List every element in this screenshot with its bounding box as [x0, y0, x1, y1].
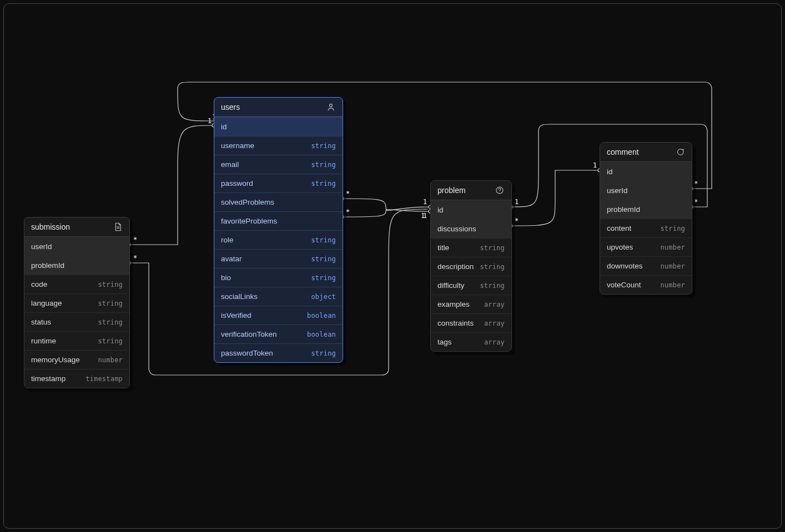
- field-name: difficulty: [437, 281, 465, 290]
- field-type: string: [311, 161, 336, 169]
- field-row[interactable]: titlestring: [431, 238, 511, 257]
- field-row[interactable]: downvotesnumber: [600, 256, 692, 275]
- field-row[interactable]: usernamestring: [214, 136, 343, 155]
- field-type: string: [311, 255, 336, 263]
- field-row[interactable]: languagestring: [24, 293, 129, 312]
- field-name: examples: [437, 300, 470, 308]
- field-row[interactable]: problemId: [24, 256, 129, 275]
- field-row[interactable]: avatarstring: [214, 249, 343, 268]
- entity-header[interactable]: comment: [600, 143, 692, 162]
- field-name: role: [221, 236, 234, 244]
- cardinality-label: 1: [421, 212, 425, 220]
- field-row[interactable]: runtimestring: [24, 331, 129, 350]
- entity-problem[interactable]: problem id discussions titlestring descr…: [430, 180, 512, 352]
- field-name: email: [221, 160, 239, 169]
- field-row[interactable]: socialLinksobject: [214, 287, 343, 306]
- entity-header[interactable]: users: [214, 98, 343, 117]
- field-type: string: [311, 142, 336, 150]
- field-row[interactable]: codestring: [24, 275, 129, 293]
- field-type: boolean: [307, 312, 336, 320]
- entity-comment[interactable]: comment id userId problemId contentstrin…: [600, 142, 692, 295]
- entity-submission[interactable]: submission userId problemId codestring l…: [24, 217, 130, 388]
- field-type: string: [98, 337, 123, 345]
- field-name: bio: [221, 273, 231, 282]
- entity-users[interactable]: users id usernamestring emailstring pass…: [214, 97, 343, 363]
- field-type: boolean: [307, 331, 336, 338]
- field-row[interactable]: passwordstring: [214, 174, 343, 192]
- field-row[interactable]: memoryUsagenumber: [24, 350, 129, 369]
- field-type: array: [484, 301, 505, 308]
- field-type: string: [311, 180, 336, 188]
- cardinality-label: *: [133, 254, 137, 262]
- field-row[interactable]: statusstring: [24, 312, 129, 331]
- entity-header[interactable]: problem: [431, 181, 511, 200]
- field-name: timestamp: [31, 374, 66, 383]
- field-row[interactable]: userId: [600, 181, 692, 200]
- field-name: solvedProblems: [221, 198, 274, 206]
- field-row[interactable]: solvedProblems: [214, 192, 343, 211]
- field-type: string: [480, 282, 505, 290]
- field-name: status: [31, 318, 51, 326]
- field-row[interactable]: discussions: [431, 219, 511, 238]
- field-row[interactable]: difficultystring: [431, 276, 511, 295]
- field-row[interactable]: verificationTokenboolean: [214, 325, 343, 343]
- cardinality-label: *: [515, 217, 519, 225]
- diagram-canvas[interactable]: 1 * 1 * * 1 * 1 1 * 1 * * 1 submission u…: [0, 0, 785, 532]
- field-row[interactable]: upvotesnumber: [600, 237, 692, 256]
- field-name: title: [437, 244, 449, 252]
- document-icon: [113, 222, 123, 232]
- field-row[interactable]: voteCountnumber: [600, 275, 692, 294]
- field-row[interactable]: id: [431, 200, 511, 219]
- field-type: string: [311, 274, 336, 282]
- field-row[interactable]: favoriteProblems: [214, 211, 343, 230]
- field-type: string: [480, 263, 505, 271]
- field-type: number: [660, 262, 685, 270]
- field-name: content: [607, 224, 631, 232]
- field-type: number: [98, 356, 123, 364]
- field-name: constraints: [437, 319, 474, 327]
- field-name: problemId: [607, 205, 640, 214]
- field-row[interactable]: tagsarray: [431, 332, 511, 351]
- field-row[interactable]: timestamptimestamp: [24, 369, 129, 388]
- field-row[interactable]: descriptionstring: [431, 257, 511, 276]
- field-name: favoriteProblems: [221, 217, 277, 225]
- cardinality-label: 1: [593, 161, 597, 169]
- field-row[interactable]: contentstring: [600, 219, 692, 237]
- field-name: isVerified: [221, 311, 251, 320]
- field-row[interactable]: constraintsarray: [431, 313, 511, 332]
- cardinality-label: *: [346, 208, 350, 216]
- field-row[interactable]: passwordTokenstring: [214, 343, 343, 362]
- entity-title: submission: [31, 222, 70, 231]
- field-name: passwordToken: [221, 349, 273, 357]
- field-type: number: [660, 244, 685, 251]
- field-type: string: [480, 244, 505, 252]
- chat-icon: [675, 147, 685, 157]
- field-type: timestamp: [85, 375, 123, 383]
- svg-point-12: [330, 104, 333, 107]
- field-name: userId: [31, 242, 52, 251]
- field-row[interactable]: problemId: [600, 200, 692, 219]
- field-row[interactable]: userId: [24, 237, 129, 256]
- field-name: description: [437, 262, 474, 271]
- field-row[interactable]: id: [214, 117, 343, 136]
- field-row[interactable]: emailstring: [214, 155, 343, 174]
- field-row[interactable]: isVerifiedboolean: [214, 306, 343, 325]
- field-name: verificationToken: [221, 330, 277, 338]
- field-type: array: [484, 320, 505, 327]
- field-name: userId: [607, 186, 628, 195]
- field-name: tags: [437, 338, 452, 346]
- field-row[interactable]: id: [600, 162, 692, 181]
- cardinality-label: *: [133, 236, 137, 244]
- entity-header[interactable]: submission: [24, 217, 129, 237]
- field-name: runtime: [31, 337, 56, 345]
- cardinality-label: 1: [515, 198, 519, 206]
- field-name: id: [437, 206, 444, 214]
- field-row[interactable]: rolestring: [214, 230, 343, 249]
- field-name: avatar: [221, 255, 242, 263]
- field-type: string: [311, 349, 336, 357]
- field-row[interactable]: biostring: [214, 268, 343, 287]
- field-name: password: [221, 179, 253, 188]
- field-row[interactable]: examplesarray: [431, 295, 511, 313]
- field-name: downvotes: [607, 262, 643, 270]
- field-type: number: [660, 281, 685, 289]
